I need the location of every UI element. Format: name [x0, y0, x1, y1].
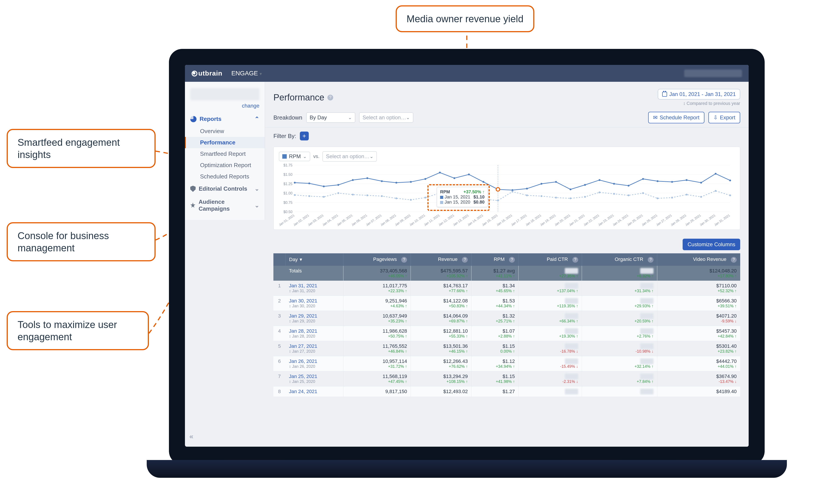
sidebar-section-label: Editorial Controls	[199, 185, 247, 192]
svg-point-69	[642, 192, 644, 194]
compare-metric-select[interactable]: Select an option…⌄	[323, 151, 376, 161]
page-header: Performance ? Jan 01, 2021 - Jan 31, 202…	[265, 82, 749, 108]
table-row[interactable]: 5 Jan 27, 2021↕ Jan 27, 2020 11,765,552+…	[273, 341, 740, 356]
change-link[interactable]: change	[185, 101, 265, 112]
svg-point-27	[483, 181, 484, 183]
svg-text:Jan 28, 2021: Jan 28, 2021	[670, 213, 687, 227]
app-screen: utbrain ENGAGE ▾ change Reports ⌃ Overvi…	[185, 65, 749, 447]
svg-point-36	[613, 183, 615, 185]
table-row[interactable]: 8 Jan 24, 2021 9,817,150 $12,493.02 $1.2…	[273, 386, 740, 397]
publisher-selector-blurred[interactable]	[190, 88, 259, 101]
filter-row: Filter By: +	[265, 128, 749, 145]
sidebar-section-audience[interactable]: Audience Campaigns ⌄	[185, 195, 265, 215]
svg-text:Jan 29, 2021: Jan 29, 2021	[684, 213, 702, 227]
col-day[interactable]: Day	[285, 253, 344, 266]
chevron-down-icon: ⌄	[406, 115, 410, 120]
table-row[interactable]: 6 Jan 26, 2021↕ Jan 26, 2020 10,957,114+…	[273, 356, 740, 371]
svg-text:Jan 01, 2021: Jan 01, 2021	[279, 213, 295, 227]
chevron-down-icon: ⌄	[370, 154, 373, 159]
svg-text:Jan 17, 2021: Jan 17, 2021	[510, 213, 527, 227]
col-paid-ctr[interactable]: Paid CTR ?	[519, 253, 582, 266]
breakdown-select[interactable]: By Day⌄	[306, 112, 355, 123]
date-range-picker[interactable]: Jan 01, 2021 - Jan 31, 2021	[658, 89, 740, 100]
help-icon[interactable]: ?	[731, 257, 737, 263]
sidebar-item-performance[interactable]: Performance	[185, 137, 265, 148]
svg-text:Jan 11, 2021: Jan 11, 2021	[423, 213, 440, 227]
table-row[interactable]: 7 Jan 25, 2021↕ Jan 25, 2020 11,568,119+…	[273, 371, 740, 386]
main-content: Performance ? Jan 01, 2021 - Jan 31, 202…	[265, 82, 749, 447]
chevron-down-icon: ▾	[260, 71, 262, 76]
breakdown-secondary-select[interactable]: Select an option…⌄	[359, 112, 413, 123]
col-organic-ctr[interactable]: Organic CTR ?	[582, 253, 657, 266]
svg-text:Jan 22, 2021: Jan 22, 2021	[583, 213, 600, 227]
svg-text:Jan 20, 2021: Jan 20, 2021	[554, 213, 571, 227]
col-revenue[interactable]: Revenue ?	[411, 253, 471, 266]
help-icon[interactable]: ?	[509, 257, 515, 263]
svg-point-48	[337, 192, 339, 194]
customize-columns-button[interactable]: Customize Columns	[683, 239, 740, 250]
filter-label: Filter By:	[273, 133, 296, 139]
help-icon[interactable]: ?	[572, 257, 578, 263]
shield-icon	[190, 186, 196, 192]
account-menu-blurred[interactable]	[684, 69, 742, 77]
add-filter-button[interactable]: +	[300, 132, 309, 140]
chart[interactable]: $1.75$1.50$1.25$1.00$0.75$0.50Jan 01, 20…	[279, 163, 734, 227]
sidebar-section-reports[interactable]: Reports ⌃	[185, 112, 265, 126]
app-switcher[interactable]: ENGAGE ▾	[232, 70, 262, 77]
export-button[interactable]: ⇩ Export	[708, 112, 740, 123]
col-pageviews[interactable]: Pageviews ?	[344, 253, 411, 266]
svg-point-39	[657, 180, 658, 182]
svg-point-74	[715, 190, 717, 192]
sidebar-section-editorial[interactable]: Editorial Controls ⌄	[185, 182, 265, 195]
svg-point-41	[686, 179, 687, 181]
svg-text:Jan 16, 2021: Jan 16, 2021	[496, 213, 513, 227]
col-rpm[interactable]: RPM ?	[471, 253, 519, 266]
schedule-report-button[interactable]: ✉ Schedule Report	[648, 112, 704, 123]
metric-select[interactable]: RPM ⌄	[279, 152, 310, 161]
svg-text:$1.50: $1.50	[283, 172, 292, 176]
svg-point-23	[424, 178, 426, 180]
svg-point-25	[454, 177, 455, 179]
mail-icon: ✉	[653, 114, 658, 120]
svg-text:Jan 05, 2021: Jan 05, 2021	[336, 213, 353, 227]
help-icon[interactable]: ?	[401, 257, 407, 263]
metric-label: RPM	[289, 153, 301, 159]
table-row[interactable]: 4 Jan 28, 2021↕ Jan 28, 2020 11,986,628+…	[273, 326, 740, 341]
svg-point-76	[496, 188, 500, 191]
svg-text:Jan 06, 2021: Jan 06, 2021	[351, 213, 368, 227]
svg-text:Jan 02, 2021: Jan 02, 2021	[293, 213, 310, 227]
svg-point-61	[526, 194, 528, 196]
annotation-left-3: Tools to maximize user engagement	[7, 311, 149, 350]
app-switcher-label: ENGAGE	[232, 70, 258, 77]
help-icon[interactable]: ?	[462, 257, 468, 263]
brand-logo[interactable]: utbrain	[192, 69, 222, 77]
help-icon[interactable]: ?	[648, 257, 654, 263]
svg-point-16	[323, 185, 325, 187]
table-row[interactable]: 3 Jan 29, 2021↕ Jan 29, 2020 10,637,949+…	[273, 311, 740, 326]
svg-point-17	[337, 184, 339, 186]
chart-card: RPM ⌄ vs. Select an option…⌄ $1.75$1.50$…	[273, 147, 740, 230]
svg-text:Jan 13, 2021: Jan 13, 2021	[452, 213, 469, 227]
star-icon	[190, 202, 195, 208]
sidebar-item-overview[interactable]: Overview	[185, 126, 265, 137]
metric-color-swatch	[282, 154, 287, 159]
sidebar-item-scheduled[interactable]: Scheduled Reports	[185, 171, 265, 182]
chart-tooltip: RPM+37.50% ↑ Jan 15, 2021$1.10 Jan 15, 2…	[437, 187, 488, 207]
table-totals-row: Totals 373,405,568+46.05% ↑ $475,595.57+…	[273, 266, 740, 281]
annotation-top: Media owner revenue yield	[396, 5, 534, 32]
sidebar-item-smartfeed[interactable]: Smartfeed Report	[185, 148, 265, 159]
svg-point-51	[381, 195, 383, 197]
collapse-sidebar-icon[interactable]: «	[190, 432, 193, 440]
svg-point-24	[439, 172, 441, 174]
help-icon[interactable]: ?	[327, 95, 333, 101]
table-row[interactable]: 1 Jan 31, 2021↕ Jan 31, 2020 11,017,775+…	[273, 281, 740, 296]
table-row[interactable]: 2 Jan 30, 2021↕ Jan 30, 2020 9,251,946+4…	[273, 295, 740, 311]
sidebar-item-optimization[interactable]: Optimization Report	[185, 159, 265, 171]
col-video-revenue[interactable]: Video Revenue ?	[657, 253, 740, 266]
svg-point-71	[671, 197, 673, 198]
svg-text:$1.75: $1.75	[283, 163, 292, 167]
sidebar-section-label: Audience Campaigns	[198, 198, 251, 212]
annotation-text: Tools to maximize user engagement	[18, 319, 117, 342]
svg-text:$1.25: $1.25	[283, 182, 292, 186]
breakdown-label: Breakdown	[273, 114, 302, 121]
